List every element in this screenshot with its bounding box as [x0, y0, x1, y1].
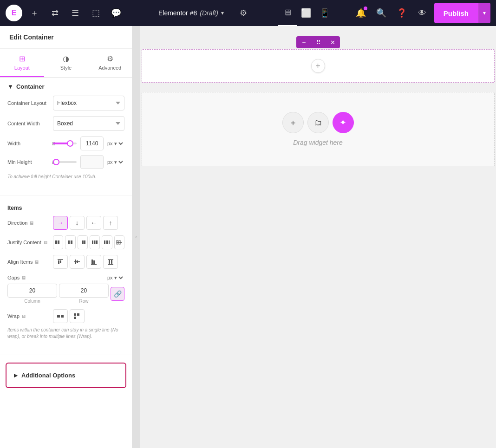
svg-rect-25	[108, 264, 113, 265]
elementor-logo[interactable]: E	[6, 5, 22, 21]
gaps-label-group: Gaps 🖥	[7, 275, 49, 280]
add-element-button[interactable]: +	[311, 59, 325, 73]
publish-dropdown-button[interactable]: ▾	[478, 3, 490, 23]
tablet-view-button[interactable]: ⬜	[297, 0, 315, 26]
gaps-responsive-icon: 🖥	[21, 275, 26, 280]
width-slider-track[interactable]	[53, 143, 77, 144]
align-stretch-btn[interactable]	[103, 255, 118, 269]
justify-space-evenly-btn[interactable]	[114, 235, 124, 249]
min-height-unit-select[interactable]: px ▾	[105, 159, 124, 165]
justify-flex-end-btn[interactable]	[78, 235, 88, 249]
add-button[interactable]: ＋	[26, 5, 43, 21]
justify-label: Justify Content	[7, 240, 41, 245]
content-width-label: Content Width	[7, 121, 49, 126]
wrap-responsive-icon: 🖥	[21, 314, 26, 319]
min-height-label-group: Min Height 🖥	[7, 159, 49, 165]
desktop-view-button[interactable]: 🖥	[278, 0, 297, 26]
align-flex-start-btn[interactable]	[53, 255, 68, 269]
align-items-row: Align Items 🖥	[7, 255, 124, 269]
no-wrap-btn[interactable]	[53, 309, 68, 323]
tab-advanced[interactable]: ⚙ Advanced	[88, 49, 132, 77]
content-width-select[interactable]: Boxed Full Width	[53, 116, 124, 131]
ai-btn[interactable]: ✦	[333, 112, 354, 133]
comments-button[interactable]: 💬	[108, 5, 124, 21]
tab-layout[interactable]: ⊞ Layout	[0, 49, 44, 77]
svg-rect-31	[77, 313, 79, 316]
help-button[interactable]: ❓	[393, 5, 410, 21]
svg-rect-20	[77, 260, 78, 263]
svg-rect-27	[111, 260, 112, 264]
width-input[interactable]: 1140	[80, 136, 104, 150]
additional-options-section[interactable]: ▶ Additional Options	[6, 363, 126, 388]
direction-column-btn[interactable]: ↓	[70, 216, 85, 230]
svg-rect-19	[75, 260, 76, 264]
search-button[interactable]: 🔍	[373, 5, 390, 21]
min-height-slider-track[interactable]	[53, 161, 77, 163]
justify-space-between-btn[interactable]	[90, 235, 100, 249]
items-section-title: Items	[7, 205, 124, 211]
direction-label-group: Direction 🖥	[7, 220, 49, 226]
publish-button[interactable]: Publish	[434, 3, 478, 23]
container-layout-select[interactable]: Flexbox Grid	[53, 96, 124, 110]
canvas-area: ＋ ⠿ ✕ + ＋ 🗂 ✦ Drag widget here	[140, 26, 496, 448]
svg-rect-4	[82, 240, 84, 244]
column-gap-input[interactable]: 20	[7, 284, 57, 298]
align-flex-end-btn[interactable]	[86, 255, 101, 269]
min-height-row: Min Height 🖥 px ▾	[7, 155, 124, 169]
add-widget-btn[interactable]: ＋	[282, 112, 304, 133]
tab-style[interactable]: ◑ Style	[44, 49, 88, 77]
wrap-hint: Items within the container can stay in a…	[7, 327, 124, 340]
layers-button[interactable]: ⬚	[87, 5, 104, 21]
width-row: Width 🖥 1140 px ▾ % vw	[7, 136, 124, 150]
left-panel: Edit Container ⊞ Layout ◑ Style ⚙ Advanc…	[0, 26, 132, 448]
divider-2	[0, 355, 132, 355]
row-gap-input[interactable]: 20	[59, 284, 109, 298]
publish-group: Publish ▾	[434, 3, 490, 23]
width-slider-thumb[interactable]	[67, 140, 73, 147]
wrap-label: Wrap	[7, 313, 20, 319]
container-add-btn[interactable]: ＋	[296, 36, 312, 48]
additional-options-arrow: ▶	[14, 373, 18, 378]
align-center-btn[interactable]	[70, 255, 85, 269]
structure-button[interactable]: ☰	[67, 5, 84, 21]
justify-center-btn[interactable]	[65, 235, 75, 249]
width-input-group: 1140 px ▾ % vw	[80, 136, 124, 150]
align-label: Align Items	[7, 259, 33, 265]
container-close-btn[interactable]: ✕	[326, 37, 340, 48]
direction-row-reverse-btn[interactable]: ←	[86, 216, 101, 230]
panel-tabs: ⊞ Layout ◑ Style ⚙ Advanced	[0, 49, 132, 78]
direction-row-btn[interactable]: →	[53, 216, 68, 230]
min-height-slider-thumb[interactable]	[53, 159, 59, 165]
settings-button[interactable]: ⚙	[235, 5, 252, 21]
justify-flex-start-btn[interactable]	[53, 235, 63, 249]
gaps-unit-select[interactable]: px ▾	[105, 274, 124, 281]
align-responsive-icon: 🖥	[34, 260, 39, 265]
justify-responsive-icon: 🖥	[43, 240, 48, 245]
container-section-title: ▼ Container	[7, 83, 124, 90]
justify-space-around-btn[interactable]	[102, 235, 112, 249]
min-height-input[interactable]	[80, 155, 104, 169]
width-unit-select[interactable]: px ▾ % vw	[105, 140, 124, 147]
svg-rect-28	[57, 315, 60, 318]
panel-title: Edit Container	[9, 33, 54, 41]
min-height-input-group: px ▾	[80, 155, 124, 169]
responsive-mode-button[interactable]: ⇄	[46, 5, 63, 21]
templates-btn[interactable]: 🗂	[307, 112, 329, 133]
link-gaps-button[interactable]: 🔗	[111, 287, 124, 301]
mobile-view-button[interactable]: 📱	[315, 0, 334, 26]
content-width-row: Content Width Boxed Full Width	[7, 116, 124, 131]
gaps-header: Gaps 🖥 px ▾	[7, 274, 124, 281]
right-toolbar: 🔔 🔍 ❓ 👁	[352, 5, 431, 21]
container-layout-label: Container Layout	[7, 100, 49, 106]
notifications-button[interactable]: 🔔	[352, 5, 369, 21]
preview-button[interactable]: 👁	[414, 5, 431, 21]
active-container[interactable]: +	[142, 49, 495, 83]
document-title: Elementor #8 (Draft) ▾	[158, 9, 224, 17]
gaps-row: Gaps 🖥 px ▾ 20 Column 20 Row	[7, 274, 124, 304]
panel-collapse-handle[interactable]: ‹	[132, 26, 140, 448]
wrap-row: Wrap 🖥	[7, 309, 124, 323]
direction-column-reverse-btn[interactable]: ↑	[103, 216, 118, 230]
container-move-btn[interactable]: ⠿	[312, 37, 326, 48]
divider-1	[0, 195, 132, 195]
wrap-btn[interactable]	[70, 309, 85, 323]
